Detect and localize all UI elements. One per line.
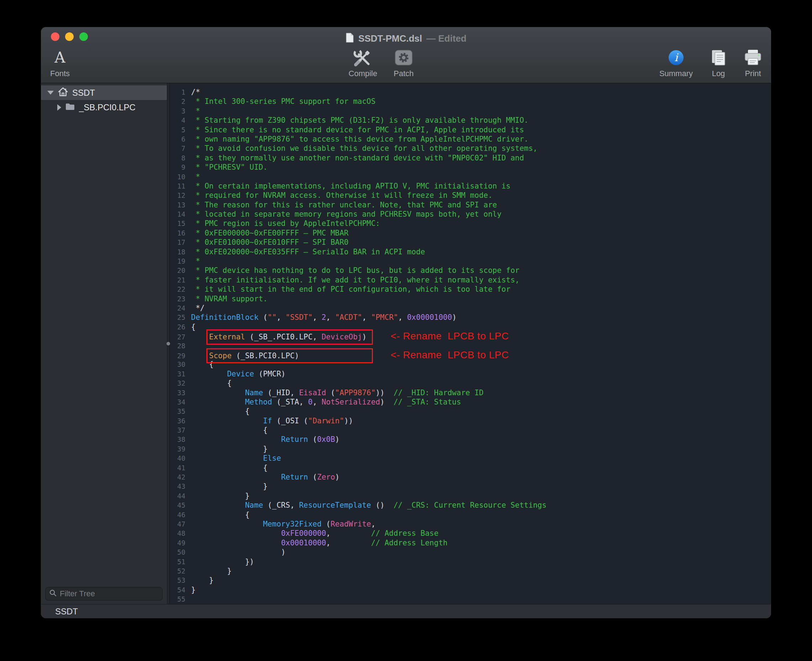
line-number: 36 [170, 416, 185, 425]
desktop-background: { "window": { "title": "SSDT-PMC.dsl", "… [0, 0, 812, 661]
line-number: 34 [170, 398, 185, 407]
sidebar-item-ssdt[interactable]: SSDT [41, 85, 167, 100]
code-line[interactable]: 53 } [170, 576, 771, 585]
acpi-tree: SSDT _SB.PCI0.LPC [41, 83, 167, 115]
summary-info-icon: i [668, 47, 684, 68]
code-line[interactable]: 10 * [170, 172, 771, 182]
filter-tree-field[interactable] [45, 587, 163, 600]
log-button[interactable]: Log [710, 47, 727, 78]
disclosure-closed-icon[interactable] [57, 104, 61, 111]
code-line[interactable]: 6 * own naming "APP9876" to access this … [170, 134, 771, 144]
code-line[interactable]: 41 { [170, 463, 771, 473]
rename-annotation-text: <- Rename LPCB to LPC [391, 350, 509, 360]
rename-annotation-box: External (_SB_.PCI0.LPC, DeviceObj) [209, 332, 370, 342]
code-editor[interactable]: 1/*2 * Intel 300-series PMC support for … [170, 83, 771, 604]
code-line[interactable]: 38 Return (0x0B) [170, 435, 771, 444]
line-number: 14 [170, 209, 185, 219]
code-line[interactable]: 2 * Intel 300-series PMC support for mac… [170, 97, 771, 106]
compile-button[interactable]: Compile [349, 47, 377, 78]
code-line[interactable]: 16 * 0xFE000000~0xFE00FFFF — PMC MBAR [170, 228, 771, 238]
code-line[interactable]: 23 * NVRAM support. [170, 294, 771, 303]
window-title-group: SSDT-PMC.dsl — Edited [345, 29, 467, 45]
code-line[interactable]: 9 * "PCHRESV" UID. [170, 163, 771, 172]
code-line[interactable]: 52 } [170, 566, 771, 576]
code-line[interactable]: 19 * [170, 257, 771, 266]
print-button[interactable]: Print [744, 47, 762, 78]
line-number: 45 [170, 501, 185, 510]
rename-annotation-box: Scope (_SB.PCI0.LPC) [209, 351, 370, 360]
code-line[interactable]: 29 Scope (_SB.PCI0.LPC)<- Rename LPCB to… [170, 350, 771, 360]
code-line[interactable]: 37 { [170, 425, 771, 435]
patch-icon [394, 47, 413, 68]
titlebar[interactable]: SSDT-PMC.dsl — Edited [41, 27, 771, 46]
code-line[interactable]: 17 * 0xFE010000~0xFE010FFF — SPI BAR0 [170, 238, 771, 247]
code-line[interactable]: 35 { [170, 407, 771, 416]
patch-button[interactable]: Patch [393, 47, 414, 78]
code-line[interactable]: 40 Else [170, 453, 771, 463]
code-line[interactable]: 49 0x00010000, // Address Length [170, 538, 771, 548]
filter-tree-input[interactable] [60, 589, 162, 599]
code-line[interactable]: 54} [170, 585, 771, 594]
fonts-label: Fonts [50, 69, 70, 78]
code-line[interactable]: 44 } [170, 491, 771, 501]
fonts-button[interactable]: A Fonts [50, 47, 70, 78]
sidebar-item-sb-pci0-lpc[interactable]: _SB.PCI0.LPC [41, 100, 167, 115]
code-line[interactable]: 39 } [170, 444, 771, 453]
code-line[interactable]: 33 Name (_HID, EisaId ("APP9876")) // _H… [170, 388, 771, 398]
code-line[interactable]: 7 * To avoid confusion we disable this d… [170, 144, 771, 153]
code-line[interactable]: 24 */ [170, 303, 771, 313]
disclosure-open-icon[interactable] [47, 91, 54, 95]
line-number: 30 [170, 360, 185, 369]
code-line[interactable]: 51 }) [170, 557, 771, 566]
code-line[interactable]: 47 Memory32Fixed (ReadWrite, [170, 519, 771, 528]
code-line[interactable]: 46 { [170, 510, 771, 519]
line-number: 24 [170, 303, 185, 313]
code-line[interactable]: 21 * faster initialisation. If we add it… [170, 275, 771, 284]
line-number: 9 [170, 163, 185, 172]
code-line[interactable]: 36 If (_OSI ("Darwin")) [170, 416, 771, 425]
code-line[interactable]: 15 * PMC region is used by AppleIntelPCH… [170, 219, 771, 228]
code-line[interactable]: 22 * it will start in the end of PCI con… [170, 284, 771, 294]
code-line[interactable]: 5 * Since there is no standard device fo… [170, 125, 771, 134]
code-line[interactable]: 28 [170, 341, 771, 350]
code-line[interactable]: 18 * 0xFE020000~0xFE035FFF — SerialIo BA… [170, 247, 771, 257]
line-number: 31 [170, 369, 185, 378]
code-line[interactable]: 55 [170, 594, 771, 604]
line-number: 5 [170, 125, 185, 134]
code-line[interactable]: 50 ) [170, 548, 771, 557]
line-number: 37 [170, 425, 185, 435]
code-line[interactable]: 11 * On certain implementations, includi… [170, 182, 771, 191]
code-line[interactable]: 45 Name (_CRS, ResourceTemplate () // _C… [170, 501, 771, 510]
code-line[interactable]: 43 } [170, 482, 771, 491]
code-line[interactable]: 32 { [170, 378, 771, 388]
code-line[interactable]: 14 * located in separate memory regions … [170, 209, 771, 219]
line-number: 18 [170, 247, 185, 257]
code-line[interactable]: 1/* [170, 88, 771, 97]
code-line[interactable]: 20 * PMC device has nothing to do to LPC… [170, 266, 771, 275]
line-number: 11 [170, 182, 185, 191]
summary-button[interactable]: i Summary [659, 47, 693, 78]
code-line[interactable]: 31 Device (PMCR) [170, 369, 771, 378]
window-title: SSDT-PMC.dsl [358, 33, 422, 44]
code-line[interactable]: 30 { [170, 360, 771, 369]
line-number: 35 [170, 407, 185, 416]
line-number: 12 [170, 191, 185, 200]
code-line[interactable]: 8 * as they normally use another non-sta… [170, 153, 771, 163]
line-number: 15 [170, 219, 185, 228]
line-number: 33 [170, 388, 185, 398]
close-button[interactable] [51, 32, 59, 41]
code-line[interactable]: 4 * Starting from Z390 chipsets PMC (D31… [170, 116, 771, 125]
code-line[interactable]: 3 * [170, 106, 771, 116]
minimize-button[interactable] [65, 32, 74, 41]
code-line[interactable]: 12 * required for NVRAM access. Otherwis… [170, 191, 771, 200]
patch-label: Patch [393, 69, 414, 78]
line-number: 20 [170, 266, 185, 275]
code-line[interactable]: 27 External (_SB_.PCI0.LPC, DeviceObj)<-… [170, 332, 771, 341]
splitter-handle[interactable] [167, 83, 170, 604]
code-line[interactable]: 25DefinitionBlock ("", "SSDT", 2, "ACDT"… [170, 313, 771, 322]
code-line[interactable]: 48 0xFE000000, // Address Base [170, 528, 771, 538]
code-line[interactable]: 34 Method (_STA, 0, NotSerialized) // _S… [170, 398, 771, 407]
zoom-button[interactable] [79, 32, 88, 41]
code-line[interactable]: 13 * The reason for this is rather uncle… [170, 200, 771, 209]
code-line[interactable]: 42 Return (Zero) [170, 473, 771, 482]
